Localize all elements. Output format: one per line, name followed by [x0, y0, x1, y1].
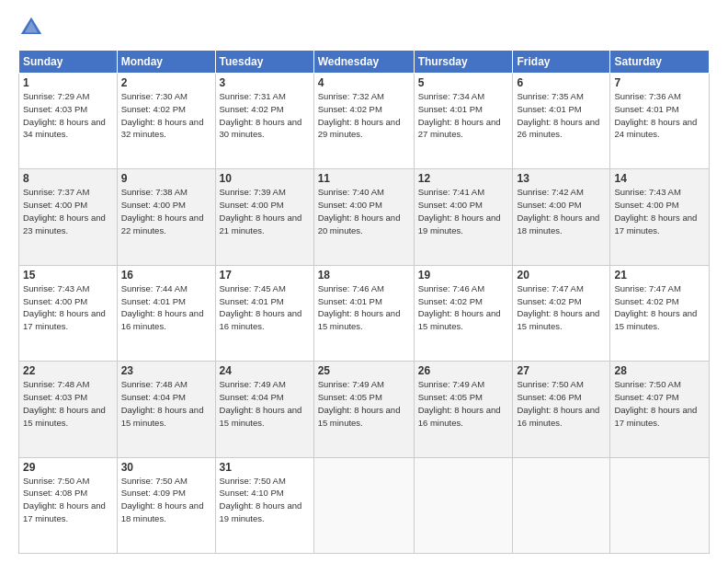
week-row-4: 22 Sunrise: 7:48 AMSunset: 4:03 PMDaylig…: [19, 362, 710, 457]
day-info: Sunrise: 7:50 AMSunset: 4:06 PMDaylight:…: [517, 379, 599, 427]
day-cell: 3 Sunrise: 7:31 AMSunset: 4:02 PMDayligh…: [215, 74, 313, 169]
day-cell: 15 Sunrise: 7:43 AMSunset: 4:00 PMDaylig…: [19, 265, 118, 361]
day-info: Sunrise: 7:50 AMSunset: 4:10 PMDaylight:…: [220, 476, 302, 523]
day-info: Sunrise: 7:35 AMSunset: 4:01 PMDaylight:…: [517, 91, 599, 139]
day-info: Sunrise: 7:49 AMSunset: 4:05 PMDaylight:…: [418, 379, 501, 427]
day-info: Sunrise: 7:50 AMSunset: 4:07 PMDaylight:…: [614, 379, 697, 427]
day-info: Sunrise: 7:46 AMSunset: 4:02 PMDaylight:…: [418, 283, 501, 331]
col-header-friday: Friday: [513, 51, 610, 74]
week-row-3: 15 Sunrise: 7:43 AMSunset: 4:00 PMDaylig…: [19, 265, 710, 361]
day-number: 8: [23, 172, 113, 185]
day-number: 21: [614, 269, 705, 282]
day-number: 27: [517, 364, 606, 377]
day-info: Sunrise: 7:43 AMSunset: 4:00 PMDaylight:…: [23, 283, 106, 331]
day-cell: 7 Sunrise: 7:36 AMSunset: 4:01 PMDayligh…: [610, 74, 710, 169]
day-cell: 30 Sunrise: 7:50 AMSunset: 4:09 PMDaylig…: [117, 457, 215, 553]
page: SundayMondayTuesdayWednesdayThursdayFrid…: [0, 0, 728, 563]
day-number: 9: [121, 172, 211, 185]
day-info: Sunrise: 7:47 AMSunset: 4:02 PMDaylight:…: [614, 283, 697, 331]
day-cell: 23 Sunrise: 7:48 AMSunset: 4:04 PMDaylig…: [117, 362, 215, 457]
logo-icon: [18, 15, 44, 40]
day-number: 7: [614, 76, 705, 89]
day-cell: 18 Sunrise: 7:46 AMSunset: 4:01 PMDaylig…: [313, 265, 414, 361]
col-header-tuesday: Tuesday: [215, 51, 313, 74]
day-info: Sunrise: 7:46 AMSunset: 4:01 PMDaylight:…: [318, 283, 401, 331]
day-info: Sunrise: 7:41 AMSunset: 4:00 PMDaylight:…: [418, 187, 501, 235]
day-info: Sunrise: 7:48 AMSunset: 4:04 PMDaylight:…: [121, 379, 204, 427]
day-cell: [513, 457, 610, 553]
day-number: 19: [418, 269, 509, 282]
day-info: Sunrise: 7:34 AMSunset: 4:01 PMDaylight:…: [418, 91, 501, 139]
day-cell: 13 Sunrise: 7:42 AMSunset: 4:00 PMDaylig…: [513, 169, 610, 265]
day-number: 24: [220, 364, 310, 377]
day-info: Sunrise: 7:42 AMSunset: 4:00 PMDaylight:…: [517, 187, 599, 235]
day-cell: 24 Sunrise: 7:49 AMSunset: 4:04 PMDaylig…: [215, 362, 313, 457]
col-header-monday: Monday: [117, 51, 215, 74]
day-cell: [414, 457, 513, 553]
day-info: Sunrise: 7:36 AMSunset: 4:01 PMDaylight:…: [614, 91, 697, 139]
day-cell: 10 Sunrise: 7:39 AMSunset: 4:00 PMDaylig…: [215, 169, 313, 265]
day-cell: 29 Sunrise: 7:50 AMSunset: 4:08 PMDaylig…: [19, 457, 118, 553]
calendar-table: SundayMondayTuesdayWednesdayThursdayFrid…: [18, 50, 710, 554]
day-info: Sunrise: 7:39 AMSunset: 4:00 PMDaylight:…: [220, 187, 302, 235]
day-info: Sunrise: 7:40 AMSunset: 4:00 PMDaylight:…: [318, 187, 401, 235]
day-info: Sunrise: 7:50 AMSunset: 4:08 PMDaylight:…: [23, 476, 106, 523]
day-number: 23: [121, 364, 211, 377]
day-number: 30: [121, 461, 211, 474]
col-header-thursday: Thursday: [414, 51, 513, 74]
day-number: 5: [418, 76, 509, 89]
week-row-2: 8 Sunrise: 7:37 AMSunset: 4:00 PMDayligh…: [19, 169, 710, 265]
day-cell: 11 Sunrise: 7:40 AMSunset: 4:00 PMDaylig…: [313, 169, 414, 265]
col-header-sunday: Sunday: [19, 51, 118, 74]
day-number: 15: [23, 269, 113, 282]
day-number: 22: [23, 364, 113, 377]
day-info: Sunrise: 7:48 AMSunset: 4:03 PMDaylight:…: [23, 379, 106, 427]
day-info: Sunrise: 7:50 AMSunset: 4:09 PMDaylight:…: [121, 476, 204, 523]
day-number: 18: [318, 269, 410, 282]
day-number: 4: [318, 76, 410, 89]
day-cell: 6 Sunrise: 7:35 AMSunset: 4:01 PMDayligh…: [513, 74, 610, 169]
day-number: 25: [318, 364, 410, 377]
day-number: 11: [318, 172, 410, 185]
day-cell: 14 Sunrise: 7:43 AMSunset: 4:00 PMDaylig…: [610, 169, 710, 265]
day-cell: 2 Sunrise: 7:30 AMSunset: 4:02 PMDayligh…: [117, 74, 215, 169]
day-number: 31: [220, 461, 310, 474]
logo: [18, 15, 48, 40]
day-info: Sunrise: 7:47 AMSunset: 4:02 PMDaylight:…: [517, 283, 599, 331]
day-cell: 31 Sunrise: 7:50 AMSunset: 4:10 PMDaylig…: [215, 457, 313, 553]
calendar-header-row: SundayMondayTuesdayWednesdayThursdayFrid…: [19, 51, 710, 74]
day-cell: 28 Sunrise: 7:50 AMSunset: 4:07 PMDaylig…: [610, 362, 710, 457]
day-number: 1: [23, 76, 113, 89]
day-cell: 17 Sunrise: 7:45 AMSunset: 4:01 PMDaylig…: [215, 265, 313, 361]
day-info: Sunrise: 7:32 AMSunset: 4:02 PMDaylight:…: [318, 91, 401, 139]
day-info: Sunrise: 7:38 AMSunset: 4:00 PMDaylight:…: [121, 187, 204, 235]
day-cell: 16 Sunrise: 7:44 AMSunset: 4:01 PMDaylig…: [117, 265, 215, 361]
day-info: Sunrise: 7:49 AMSunset: 4:05 PMDaylight:…: [318, 379, 401, 427]
day-info: Sunrise: 7:37 AMSunset: 4:00 PMDaylight:…: [23, 187, 106, 235]
day-cell: 19 Sunrise: 7:46 AMSunset: 4:02 PMDaylig…: [414, 265, 513, 361]
day-cell: [313, 457, 414, 553]
day-number: 28: [614, 364, 705, 377]
day-cell: 27 Sunrise: 7:50 AMSunset: 4:06 PMDaylig…: [513, 362, 610, 457]
day-info: Sunrise: 7:49 AMSunset: 4:04 PMDaylight:…: [220, 379, 302, 427]
day-info: Sunrise: 7:45 AMSunset: 4:01 PMDaylight:…: [220, 283, 302, 331]
day-number: 17: [220, 269, 310, 282]
day-number: 14: [614, 172, 705, 185]
day-cell: 21 Sunrise: 7:47 AMSunset: 4:02 PMDaylig…: [610, 265, 710, 361]
day-number: 6: [517, 76, 606, 89]
day-cell: 20 Sunrise: 7:47 AMSunset: 4:02 PMDaylig…: [513, 265, 610, 361]
day-info: Sunrise: 7:44 AMSunset: 4:01 PMDaylight:…: [121, 283, 204, 331]
calendar: SundayMondayTuesdayWednesdayThursdayFrid…: [18, 50, 710, 554]
day-cell: 22 Sunrise: 7:48 AMSunset: 4:03 PMDaylig…: [19, 362, 118, 457]
day-cell: 4 Sunrise: 7:32 AMSunset: 4:02 PMDayligh…: [313, 74, 414, 169]
day-info: Sunrise: 7:29 AMSunset: 4:03 PMDaylight:…: [23, 91, 106, 139]
day-number: 12: [418, 172, 509, 185]
day-cell: 25 Sunrise: 7:49 AMSunset: 4:05 PMDaylig…: [313, 362, 414, 457]
week-row-5: 29 Sunrise: 7:50 AMSunset: 4:08 PMDaylig…: [19, 457, 710, 553]
day-cell: 26 Sunrise: 7:49 AMSunset: 4:05 PMDaylig…: [414, 362, 513, 457]
col-header-saturday: Saturday: [610, 51, 710, 74]
day-number: 3: [220, 76, 310, 89]
day-info: Sunrise: 7:43 AMSunset: 4:00 PMDaylight:…: [614, 187, 697, 235]
day-info: Sunrise: 7:31 AMSunset: 4:02 PMDaylight:…: [220, 91, 302, 139]
day-number: 13: [517, 172, 606, 185]
